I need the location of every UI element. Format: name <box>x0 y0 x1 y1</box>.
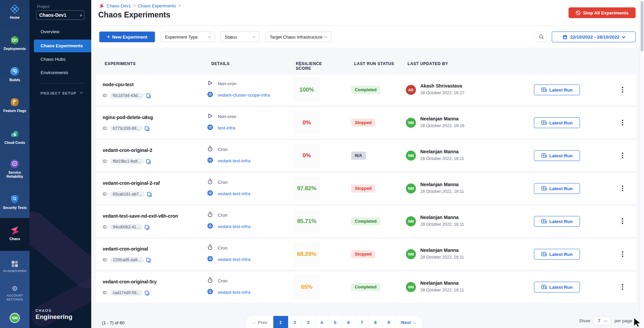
project-selector[interactable]: Chaos-Dev1 » <box>36 10 85 20</box>
rail-item-feature-flags[interactable]: Feature Flags <box>0 97 30 113</box>
experiment-name[interactable]: node-cpu-test <box>103 82 134 87</box>
rail-item-deployments[interactable]: Deployments <box>0 35 30 51</box>
experiment-row: nginx-pod-delete-u8sg ID: b773c335-99...… <box>96 107 637 138</box>
sidebar-item-chaos-experiments[interactable]: Chaos Experiments <box>34 40 91 52</box>
experiment-type-line: Cron <box>207 179 227 186</box>
copy-icon[interactable] <box>146 258 151 263</box>
prev-page-button[interactable]: ← Prev <box>247 316 273 328</box>
table-header-row: EXPERIMENTS DETAILS RESILIENCE SCOREi LA… <box>96 61 637 68</box>
sidebar-item-chaos-hubs[interactable]: Chaos Hubs <box>30 53 91 66</box>
user-avatar[interactable]: NM <box>406 183 416 194</box>
info-icon[interactable]: i <box>298 61 302 66</box>
kebab-menu-icon[interactable] <box>619 250 626 258</box>
page-button-7[interactable]: 7 <box>355 316 369 328</box>
page-button-6[interactable]: 6 <box>342 316 355 328</box>
security-tests-icon <box>10 194 20 204</box>
copy-icon[interactable] <box>145 225 150 230</box>
infrastructure-link[interactable]: vedant-test-infra <box>218 224 251 229</box>
latest-run-button[interactable]: Latest Run <box>534 216 580 227</box>
rail-item-dashboards[interactable]: DASHBOARDS <box>0 260 30 273</box>
kebab-menu-icon[interactable] <box>619 184 626 193</box>
filter-status[interactable]: Status <box>220 32 259 42</box>
updated-timestamp: 28 October 2022, 16:27 <box>420 91 464 95</box>
page-scrollbar[interactable] <box>640 0 644 328</box>
expand-chevrons-icon: » <box>79 12 82 18</box>
page-button-2[interactable]: 2 <box>288 316 302 328</box>
infrastructure-link[interactable]: vedant-test-infra <box>218 158 251 163</box>
latest-run-button[interactable]: Latest Run <box>534 183 580 194</box>
infrastructure-link[interactable]: vedant-cluster-scope-infra <box>218 93 270 98</box>
page-button-9[interactable]: 9 <box>382 316 395 328</box>
rail-item-home[interactable]: Home <box>0 4 30 19</box>
user-avatar[interactable]: NM <box>406 282 416 292</box>
breadcrumb-link-experiments[interactable]: Chaos Experiments <box>138 3 176 8</box>
updated-by-name: Neelanjan Manna <box>420 149 459 154</box>
kebab-menu-icon[interactable] <box>619 119 626 127</box>
scrollbar-thumb[interactable] <box>641 1 643 51</box>
search-button[interactable] <box>536 32 547 42</box>
rail-item-service-reliability[interactable]: Service Reliability <box>0 159 30 178</box>
infrastructure-link[interactable]: test-infra <box>218 125 235 130</box>
user-avatar-rail[interactable]: NM <box>10 313 20 323</box>
user-avatar[interactable]: NM <box>406 118 416 128</box>
copy-icon[interactable] <box>147 192 152 197</box>
stop-all-experiments-button[interactable]: Stop All Experiments <box>569 7 636 18</box>
new-experiment-button[interactable]: + New Experiment <box>99 32 155 42</box>
rail-item-chaos[interactable]: Chaos <box>0 225 30 241</box>
latest-run-button[interactable]: Latest Run <box>534 282 580 292</box>
kebab-menu-icon[interactable] <box>619 86 626 94</box>
copy-icon[interactable] <box>146 159 151 164</box>
calendar-icon <box>562 35 568 40</box>
rail-item-account-settings[interactable]: ⚙ ACCOUNT SETTINGS <box>0 283 30 302</box>
project-setup-toggle[interactable]: PROJECT SETUP <box>41 91 76 95</box>
experiment-name[interactable]: vedant-cron-original-5ry <box>103 279 157 284</box>
latest-run-button[interactable]: Latest Run <box>534 117 580 128</box>
sidebar-item-environments[interactable]: Environments <box>30 66 91 79</box>
copy-icon[interactable] <box>145 290 150 295</box>
user-avatar[interactable]: NM <box>406 151 416 161</box>
page-button-8[interactable]: 8 <box>369 316 382 328</box>
copy-icon[interactable] <box>145 126 150 131</box>
latest-run-button[interactable]: Latest Run <box>534 150 580 161</box>
latest-run-label: Latest Run <box>549 219 573 224</box>
experiment-name[interactable]: vedant-cron-original-2 <box>103 148 152 153</box>
page-button-4[interactable]: 4 <box>315 316 328 328</box>
experiment-name[interactable]: vedant-cron-original <box>103 246 148 252</box>
kebab-menu-icon[interactable] <box>619 217 626 225</box>
experiment-id-pill: cad17ed0-59... <box>110 290 143 296</box>
copy-icon[interactable] <box>146 93 151 98</box>
experiment-name[interactable]: vedant-cron-original-2-raf <box>103 180 160 186</box>
user-avatar[interactable]: NM <box>406 249 416 259</box>
kebab-menu-icon[interactable] <box>619 152 626 160</box>
latest-run-button[interactable]: Latest Run <box>534 85 580 95</box>
per-page-select[interactable]: 7 <box>594 316 611 325</box>
breadcrumb-link-project[interactable]: Chaos-Dev1 <box>107 3 131 8</box>
status-badge: Completed <box>351 283 380 291</box>
filter-target-infrastructure[interactable]: Target Chaos Infrastructure <box>265 32 331 42</box>
latest-run-button[interactable]: Latest Run <box>534 249 580 260</box>
infrastructure-link[interactable]: vedant-test-infra <box>218 257 251 262</box>
sidebar-item-overview[interactable]: Overview <box>30 25 91 38</box>
rail-item-cloud-costs[interactable]: $ Cloud Costs <box>0 129 30 145</box>
user-avatar[interactable]: AS <box>406 85 416 95</box>
rail-item-builds[interactable]: Builds <box>0 66 30 82</box>
experiment-id-pill: f0c187d4-43d... <box>110 93 144 99</box>
experiment-name[interactable]: vedant-test-save-nd-exit-v8h-cron <box>103 213 178 219</box>
infrastructure-link[interactable]: vedant-test-infra <box>218 191 251 196</box>
page-button-5[interactable]: 5 <box>328 316 342 328</box>
experiment-type: Cron <box>218 147 227 152</box>
kebab-menu-icon[interactable] <box>619 283 626 291</box>
experiment-name[interactable]: nginx-pod-delete-u8sg <box>103 115 153 120</box>
rail-item-security-tests[interactable]: Security Tests <box>0 194 30 210</box>
page-button-1[interactable]: 1 <box>273 316 288 328</box>
infrastructure-link[interactable]: vedant-test-infra <box>218 290 251 295</box>
mouse-cursor <box>634 318 644 328</box>
next-page-button[interactable]: Next → <box>395 316 422 328</box>
experiment-type: Cron <box>218 278 227 283</box>
page-button-3[interactable]: 3 <box>302 316 315 328</box>
date-range-picker[interactable]: 22/10/2022 - 28/10/2022 <box>552 32 636 42</box>
filter-experiment-type[interactable]: Experiment Type <box>161 32 215 42</box>
user-avatar[interactable]: NM <box>406 216 416 226</box>
filter-label: Target Chaos Infrastructure <box>270 35 323 40</box>
rail-label-deployments: Deployments <box>0 47 30 51</box>
